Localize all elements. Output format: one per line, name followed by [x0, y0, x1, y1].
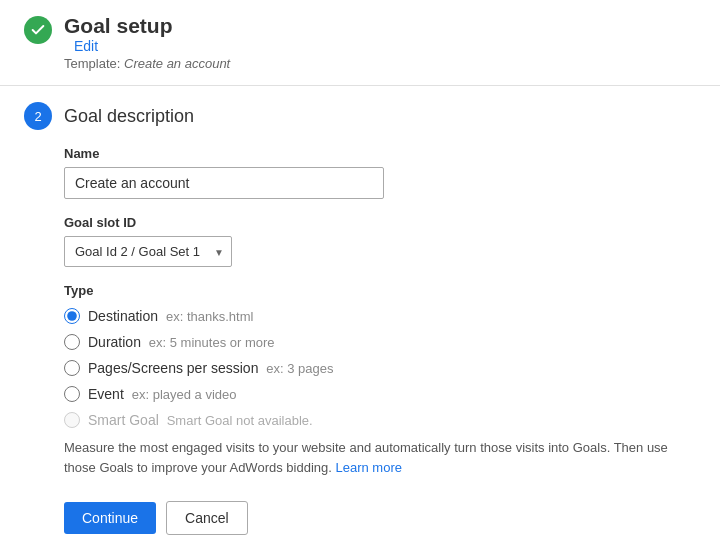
event-text: Event [88, 386, 124, 402]
name-group: Name [64, 146, 696, 199]
goal-setup-content: Goal setup Edit Template: Create an acco… [64, 14, 230, 71]
radio-event: Event ex: played a video [64, 386, 696, 402]
duration-hint: ex: 5 minutes or more [149, 335, 275, 350]
goal-slot-label: Goal slot ID [64, 215, 696, 230]
continue-button[interactable]: Continue [64, 502, 156, 534]
section2-header: 2 Goal description [24, 102, 696, 130]
template-value: Create an account [124, 56, 230, 71]
edit-link[interactable]: Edit [74, 38, 98, 54]
radio-destination: Destination ex: thanks.html [64, 308, 696, 324]
goal-description-section: 2 Goal description Name Goal slot ID Goa… [0, 86, 720, 536]
smart-goal-hint: Smart Goal not available. [167, 413, 313, 428]
smart-goal-description: Measure the most engaged visits to your … [64, 438, 684, 477]
smart-goal-radio [64, 412, 80, 428]
goal-slot-dropdown-wrapper: Goal Id 2 / Goal Set 1 ▼ [64, 236, 232, 267]
destination-text: Destination [88, 308, 158, 324]
destination-hint: ex: thanks.html [166, 309, 253, 324]
learn-more-link[interactable]: Learn more [335, 460, 401, 475]
step2-circle: 2 [24, 102, 52, 130]
destination-label: Destination ex: thanks.html [88, 308, 253, 324]
event-hint: ex: played a video [132, 387, 237, 402]
type-section: Type Destination ex: thanks.html Duratio… [64, 283, 696, 428]
radio-smart-goal: Smart Goal Smart Goal not available. [64, 412, 696, 428]
template-text: Template: Create an account [64, 56, 230, 71]
template-prefix: Template: [64, 56, 120, 71]
smart-goal-text: Smart Goal [88, 412, 159, 428]
event-radio[interactable] [64, 386, 80, 402]
pages-radio[interactable] [64, 360, 80, 376]
smart-goal-label: Smart Goal Smart Goal not available. [88, 412, 313, 428]
pages-label: Pages/Screens per session ex: 3 pages [88, 360, 334, 376]
radio-pages: Pages/Screens per session ex: 3 pages [64, 360, 696, 376]
goal-setup-section: Goal setup Edit Template: Create an acco… [0, 0, 720, 86]
type-label: Type [64, 283, 696, 298]
goal-slot-group: Goal slot ID Goal Id 2 / Goal Set 1 ▼ [64, 215, 696, 267]
event-label: Event ex: played a video [88, 386, 237, 402]
duration-label: Duration ex: 5 minutes or more [88, 334, 275, 350]
section2-title: Goal description [64, 106, 194, 127]
cancel-button[interactable]: Cancel [166, 501, 248, 535]
pages-text: Pages/Screens per session [88, 360, 258, 376]
duration-text: Duration [88, 334, 141, 350]
button-row: Continue Cancel [64, 501, 696, 535]
goal-setup-title: Goal setup [64, 14, 230, 38]
complete-icon [24, 16, 52, 44]
goal-slot-select[interactable]: Goal Id 2 / Goal Set 1 [64, 236, 232, 267]
name-input[interactable] [64, 167, 384, 199]
name-label: Name [64, 146, 696, 161]
radio-duration: Duration ex: 5 minutes or more [64, 334, 696, 350]
pages-hint: ex: 3 pages [266, 361, 333, 376]
duration-radio[interactable] [64, 334, 80, 350]
destination-radio[interactable] [64, 308, 80, 324]
